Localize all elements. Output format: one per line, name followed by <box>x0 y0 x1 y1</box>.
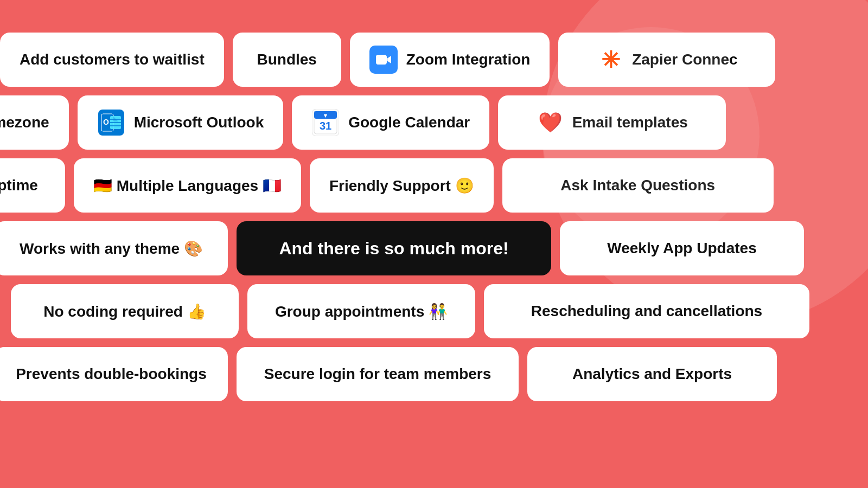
pill-label: Prevents double-bookings <box>16 365 207 383</box>
pill-label: Analytics and Exports <box>572 365 732 383</box>
gcal-icon: ▼ 31 <box>311 108 340 137</box>
pill-weekly: Weekly App Updates <box>560 221 804 275</box>
pill-label: Add customers to waitlist <box>20 51 205 68</box>
pill-support: Friendly Support 🙂 <box>310 158 494 213</box>
pill-label: And there is so much more! <box>279 239 508 259</box>
pill-label: Zoom Integration <box>406 51 531 68</box>
svg-text:▼: ▼ <box>323 112 329 119</box>
pill-no-coding: No coding required 👍 <box>11 284 239 338</box>
zoom-icon <box>369 46 398 74</box>
pill-label: No coding required 👍 <box>43 303 206 320</box>
pill-label: Group appointments 👫 <box>275 303 448 320</box>
pill-secure-login: Secure login for team members <box>237 347 519 401</box>
row-4: Works with any theme 🎨 And there is so m… <box>0 221 868 275</box>
pill-label: Weekly App Updates <box>607 240 756 257</box>
pill-label: Secure login for team members <box>264 365 492 383</box>
pill-label: Email templates <box>572 114 688 131</box>
pill-gcal: ▼ 31 Google Calendar <box>292 95 489 150</box>
pill-label: Ask Intake Questions <box>560 177 715 194</box>
row-3: b Uptime 🇩🇪 Multiple Languages 🇫🇷 Friend… <box>0 158 868 213</box>
pill-group: Group appointments 👫 <box>247 284 475 338</box>
pill-email-templates: ❤️ Email templates <box>498 95 726 150</box>
row-6: Prevents double-bookings Secure login fo… <box>0 347 868 401</box>
pill-rescheduling: Rescheduling and cancellations <box>484 284 809 338</box>
row-1: Add customers to waitlist Bundles Zoom I… <box>0 33 868 87</box>
pill-label: Microsoft Outlook <box>134 114 264 131</box>
pill-zoom: Zoom Integration <box>350 33 550 87</box>
pill-label: Works with any theme 🎨 <box>20 240 203 258</box>
pill-label: Friendly Support 🙂 <box>329 177 474 195</box>
pill-label: 🇩🇪 Multiple Languages 🇫🇷 <box>93 177 282 195</box>
pill-intake: Ask Intake Questions <box>502 158 774 213</box>
pill-label: Zapier Connec <box>632 51 737 68</box>
row-5: No coding required 👍 Group appointments … <box>0 284 868 338</box>
pill-outlook: O Microsoft Outlook <box>78 95 284 150</box>
pill-label: Google Calendar <box>348 114 470 131</box>
outlook-icon: O <box>97 108 125 137</box>
pill-label: ock Timezone <box>0 114 49 131</box>
pill-timezone: ock Timezone <box>0 95 69 150</box>
svg-text:31: 31 <box>320 120 331 132</box>
zapier-icon: ✳ <box>596 46 624 74</box>
pill-analytics: Analytics and Exports <box>527 347 777 401</box>
pill-zapier: ✳ Zapier Connec <box>558 33 775 87</box>
svg-text:O: O <box>103 118 109 126</box>
pill-label: b Uptime <box>0 177 38 194</box>
row-2: ock Timezone O Microsoft Outlook <box>0 95 868 150</box>
pill-label: Rescheduling and cancellations <box>531 303 762 320</box>
pill-bundles: Bundles <box>233 33 341 87</box>
pill-double-bookings: Prevents double-bookings <box>0 347 228 401</box>
pill-more: And there is so much more! <box>237 221 551 275</box>
pill-label: Bundles <box>257 51 316 68</box>
pill-languages: 🇩🇪 Multiple Languages 🇫🇷 <box>74 158 301 213</box>
email-icon: ❤️ <box>537 108 565 137</box>
pill-add-waitlist: Add customers to waitlist <box>0 33 224 87</box>
pill-uptime: b Uptime <box>0 158 65 213</box>
pill-theme: Works with any theme 🎨 <box>0 221 228 275</box>
feature-grid: Add customers to waitlist Bundles Zoom I… <box>0 0 868 488</box>
